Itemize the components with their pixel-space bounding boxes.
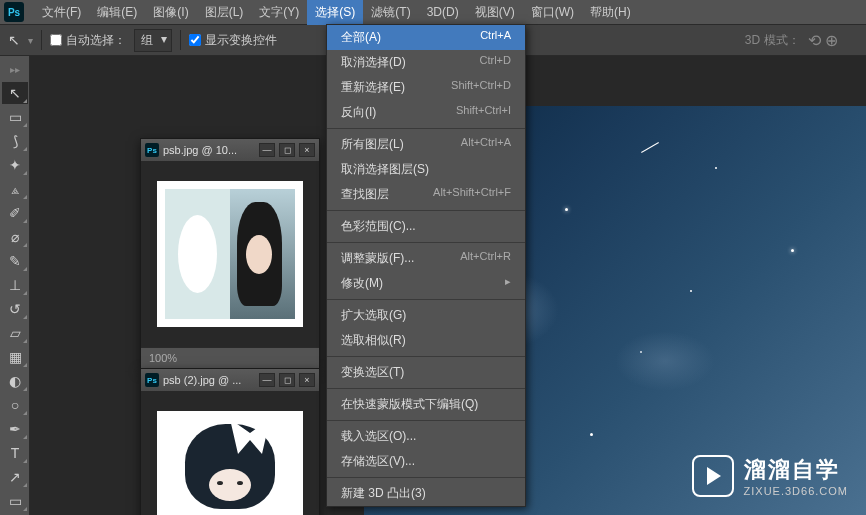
menu-help[interactable]: 帮助(H): [582, 0, 639, 25]
menu-item[interactable]: 取消选择(D)Ctrl+D: [327, 50, 525, 75]
doc1-title: psb.jpg @ 10...: [163, 144, 255, 156]
menu-item-label: 变换选区(T): [341, 364, 404, 381]
menu-item-shortcut: Alt+Ctrl+A: [461, 136, 511, 153]
menu-item[interactable]: 重新选择(E)Shift+Ctrl+D: [327, 75, 525, 100]
menu-separator: [327, 477, 525, 478]
menu-window[interactable]: 窗口(W): [523, 0, 582, 25]
marquee-tool[interactable]: ▭: [2, 106, 28, 128]
pen-tool[interactable]: ✒: [2, 418, 28, 440]
eraser-tool[interactable]: ▱: [2, 322, 28, 344]
menu-separator: [327, 388, 525, 389]
menu-separator: [327, 356, 525, 357]
menu-item-label: 扩大选取(G): [341, 307, 406, 324]
menu-item-label: 调整蒙版(F)...: [341, 250, 414, 267]
menu-item-label: 存储选区(V)...: [341, 453, 415, 470]
show-transform-checkbox[interactable]: 显示变换控件: [189, 32, 277, 49]
menu-item-label: 取消选择图层(S): [341, 161, 429, 178]
auto-select-dropdown[interactable]: 组: [134, 29, 172, 52]
menu-item-label: 所有图层(L): [341, 136, 404, 153]
doc1-canvas[interactable]: [157, 181, 303, 327]
menu-item[interactable]: 全部(A)Ctrl+A: [327, 25, 525, 50]
menu-item[interactable]: 反向(I)Shift+Ctrl+I: [327, 100, 525, 125]
menu-item-label: 新建 3D 凸出(3): [341, 485, 426, 502]
history-brush-tool[interactable]: ↺: [2, 298, 28, 320]
gradient-tool[interactable]: ▦: [2, 346, 28, 368]
maximize-button[interactable]: ◻: [279, 373, 295, 387]
tools-panel: ▸▸ ↖▭⟆✦⟁✐⌀✎⊥↺▱▦◐○✒T↗▭✋: [0, 56, 30, 515]
menu-item-label: 修改(M): [341, 275, 383, 292]
minimize-button[interactable]: —: [259, 373, 275, 387]
healing-tool[interactable]: ⌀: [2, 226, 28, 248]
app-logo: Ps: [4, 2, 24, 22]
menu-item-shortcut: Shift+Ctrl+D: [451, 79, 511, 96]
menu-image[interactable]: 图像(I): [145, 0, 196, 25]
menu-item[interactable]: 扩大选取(G): [327, 303, 525, 328]
stamp-tool[interactable]: ⊥: [2, 274, 28, 296]
path-tool[interactable]: ↗: [2, 466, 28, 488]
blur-tool[interactable]: ◐: [2, 370, 28, 392]
watermark: 溜溜自学 ZIXUE.3D66.COM: [692, 455, 848, 497]
close-button[interactable]: ×: [299, 143, 315, 157]
menu-item-label: 在快速蒙版模式下编辑(Q): [341, 396, 478, 413]
menu-item[interactable]: 调整蒙版(F)...Alt+Ctrl+R: [327, 246, 525, 271]
text-tool[interactable]: T: [2, 442, 28, 464]
menu-item[interactable]: 所有图层(L)Alt+Ctrl+A: [327, 132, 525, 157]
menu-item-label: 查找图层: [341, 186, 389, 203]
shape-tool[interactable]: ▭: [2, 490, 28, 512]
magic-wand-tool[interactable]: ✦: [2, 154, 28, 176]
mode3d-label: 3D 模式：: [745, 32, 800, 49]
document-window-2[interactable]: Ps psb (2).jpg @ ... — ◻ ×: [140, 368, 320, 515]
menu-edit[interactable]: 编辑(E): [89, 0, 145, 25]
menu-item-shortcut: Alt+Ctrl+R: [460, 250, 511, 267]
menu-filter[interactable]: 滤镜(T): [363, 0, 418, 25]
menu-separator: [327, 210, 525, 211]
menu-item-label: 全部(A): [341, 29, 381, 46]
menu-type[interactable]: 文字(Y): [251, 0, 307, 25]
menu-item-label: 载入选区(O)...: [341, 428, 416, 445]
eyedropper-tool[interactable]: ✐: [2, 202, 28, 224]
menu-item-label: 重新选择(E): [341, 79, 405, 96]
menu-file[interactable]: 文件(F): [34, 0, 89, 25]
menu-item[interactable]: 查找图层Alt+Shift+Ctrl+F: [327, 182, 525, 207]
menu-separator: [327, 420, 525, 421]
menu-item-shortcut: Ctrl+D: [480, 54, 511, 71]
menu-item-shortcut: Ctrl+A: [480, 29, 511, 46]
menu-item[interactable]: 新建 3D 凸出(3): [327, 481, 525, 506]
play-icon: [692, 455, 734, 497]
menu-layer[interactable]: 图层(L): [197, 0, 252, 25]
toolbar-toggle[interactable]: ▸▸: [2, 58, 28, 80]
menu-item[interactable]: 修改(M)▸: [327, 271, 525, 296]
menu-item[interactable]: 取消选择图层(S): [327, 157, 525, 182]
menu-separator: [327, 299, 525, 300]
menu-item-label: 选取相似(R): [341, 332, 406, 349]
menu-item[interactable]: 选取相似(R): [327, 328, 525, 353]
maximize-button[interactable]: ◻: [279, 143, 295, 157]
menu-select[interactable]: 选择(S): [307, 0, 363, 25]
move-tool-icon: ↖: [8, 32, 20, 48]
menu-item-label: 色彩范围(C)...: [341, 218, 416, 235]
menu-item[interactable]: 载入选区(O)...: [327, 424, 525, 449]
menu-separator: [327, 128, 525, 129]
auto-select-checkbox[interactable]: 自动选择：: [50, 32, 126, 49]
crop-tool[interactable]: ⟁: [2, 178, 28, 200]
menu-item[interactable]: 变换选区(T): [327, 360, 525, 385]
menu-item-shortcut: Alt+Shift+Ctrl+F: [433, 186, 511, 203]
ps-file-icon: Ps: [145, 143, 159, 157]
minimize-button[interactable]: —: [259, 143, 275, 157]
menu-item[interactable]: 存储选区(V)...: [327, 449, 525, 474]
menu-item-shortcut: Shift+Ctrl+I: [456, 104, 511, 121]
menu-view[interactable]: 视图(V): [467, 0, 523, 25]
close-button[interactable]: ×: [299, 373, 315, 387]
menu-3d[interactable]: 3D(D): [419, 1, 467, 23]
menu-item[interactable]: 在快速蒙版模式下编辑(Q): [327, 392, 525, 417]
doc2-canvas[interactable]: [157, 411, 303, 515]
menu-separator: [327, 242, 525, 243]
menu-item[interactable]: 色彩范围(C)...: [327, 214, 525, 239]
document-window-1[interactable]: Ps psb.jpg @ 10... — ◻ × 100%: [140, 138, 320, 369]
brush-tool[interactable]: ✎: [2, 250, 28, 272]
dodge-tool[interactable]: ○: [2, 394, 28, 416]
doc1-zoom[interactable]: 100%: [141, 347, 319, 368]
lasso-tool[interactable]: ⟆: [2, 130, 28, 152]
move-tool[interactable]: ↖: [2, 82, 28, 104]
doc2-title: psb (2).jpg @ ...: [163, 374, 255, 386]
